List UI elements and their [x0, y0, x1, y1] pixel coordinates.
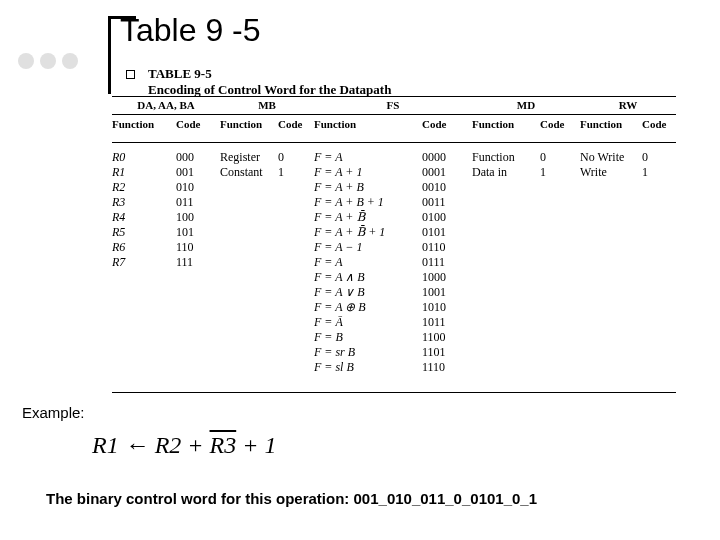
table-row: R4100F = A + B̄0100 — [112, 210, 676, 225]
cell — [220, 360, 278, 375]
cell — [176, 330, 220, 345]
cell — [540, 300, 580, 315]
cell — [220, 225, 278, 240]
cell — [472, 225, 540, 240]
cell — [278, 240, 314, 255]
cell — [642, 285, 676, 300]
cell: Constant — [220, 165, 278, 180]
cell: 100 — [176, 210, 220, 225]
cell — [642, 345, 676, 360]
cell — [278, 330, 314, 345]
cell — [580, 270, 642, 285]
cell — [540, 210, 580, 225]
cell — [540, 345, 580, 360]
cell: 1 — [540, 165, 580, 180]
cell: F = A — [314, 255, 422, 270]
cell — [112, 330, 176, 345]
cell — [642, 300, 676, 315]
subhead-code: Code — [422, 118, 472, 130]
cell: 0001 — [422, 165, 472, 180]
cell — [540, 255, 580, 270]
table-row: R3011F = A + B + 10011 — [112, 195, 676, 210]
cell — [642, 240, 676, 255]
cell — [540, 240, 580, 255]
subhead-fn: Function — [580, 118, 642, 130]
table-row: R5101F = A + B̄ + 10101 — [112, 225, 676, 240]
cell — [642, 270, 676, 285]
group-mb: MB — [220, 99, 314, 111]
cell — [580, 255, 642, 270]
cell — [580, 210, 642, 225]
cell — [278, 225, 314, 240]
cell: R4 — [112, 210, 176, 225]
cell — [540, 315, 580, 330]
decorative-dots — [18, 53, 78, 69]
cell: 0 — [540, 150, 580, 165]
cell: F = B — [314, 330, 422, 345]
cell: F = A + B + 1 — [314, 195, 422, 210]
cell: Data in — [472, 165, 540, 180]
cell — [278, 360, 314, 375]
cell — [220, 180, 278, 195]
cell — [580, 285, 642, 300]
cell — [472, 240, 540, 255]
cell — [472, 330, 540, 345]
cell: F = A + 1 — [314, 165, 422, 180]
cell — [580, 240, 642, 255]
cell: 001 — [176, 165, 220, 180]
subhead-code: Code — [278, 118, 314, 130]
cell — [540, 180, 580, 195]
cell: 1110 — [422, 360, 472, 375]
cell — [540, 270, 580, 285]
cell — [176, 345, 220, 360]
cell: 1001 — [422, 285, 472, 300]
table-row: F = Ā1011 — [112, 315, 676, 330]
cell — [642, 315, 676, 330]
header-thin-rule — [112, 114, 676, 115]
table-row: R1001Constant1F = A + 10001Data in1Write… — [112, 165, 676, 180]
table-rule-top — [112, 96, 676, 97]
cell: F = A + B̄ — [314, 210, 422, 225]
cell: 011 — [176, 195, 220, 210]
cell — [472, 300, 540, 315]
cell: Write — [580, 165, 642, 180]
cell: Register — [220, 150, 278, 165]
cell — [540, 225, 580, 240]
cell — [642, 180, 676, 195]
cell — [642, 330, 676, 345]
cell — [472, 180, 540, 195]
subhead-code: Code — [642, 118, 676, 130]
formula-r2: R2 + — [155, 432, 210, 458]
cell — [112, 360, 176, 375]
cell — [580, 330, 642, 345]
cell — [220, 285, 278, 300]
cell: R0 — [112, 150, 176, 165]
cell: 0010 — [422, 180, 472, 195]
cell — [220, 345, 278, 360]
cell: F = A — [314, 150, 422, 165]
cell: F = A − 1 — [314, 240, 422, 255]
cell: F = Ā — [314, 315, 422, 330]
cell — [472, 255, 540, 270]
cell — [278, 255, 314, 270]
cell: 1010 — [422, 300, 472, 315]
table-number: TABLE 9-5 — [148, 66, 212, 81]
subhead-code: Code — [540, 118, 580, 130]
table-body: R0000Register0F = A0000Function0No Write… — [112, 150, 676, 375]
cell — [472, 345, 540, 360]
cell: F = A ⊕ B — [314, 300, 422, 315]
cell — [278, 300, 314, 315]
cell — [220, 270, 278, 285]
cell — [472, 270, 540, 285]
cell: Function — [472, 150, 540, 165]
cell: 111 — [176, 255, 220, 270]
cell: 1101 — [422, 345, 472, 360]
table-row: F = A ⊕ B1010 — [112, 300, 676, 315]
cell: 0101 — [422, 225, 472, 240]
cell — [580, 315, 642, 330]
example-label: Example: — [22, 404, 85, 421]
cell — [642, 360, 676, 375]
table-row: R7111F = A0111 — [112, 255, 676, 270]
table-row: F = A ∧ B1000 — [112, 270, 676, 285]
cell: R2 — [112, 180, 176, 195]
